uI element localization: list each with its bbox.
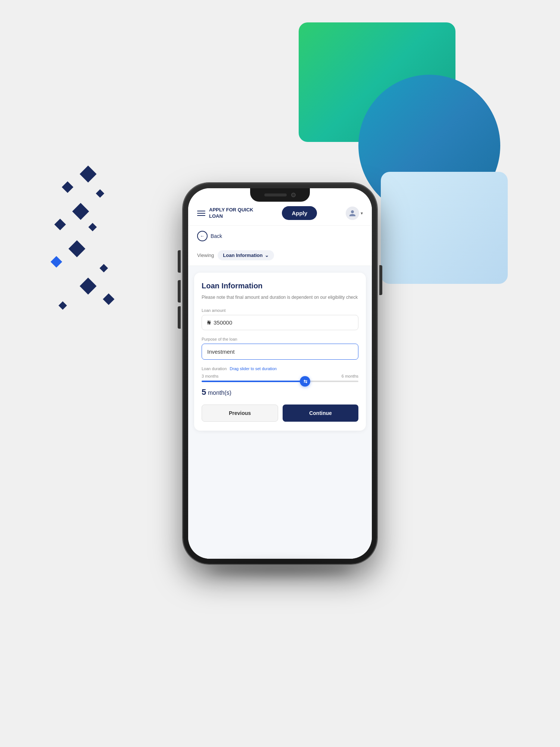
hamburger-line-2 bbox=[197, 213, 205, 214]
diamond-10 bbox=[80, 278, 96, 294]
slider-fill bbox=[202, 381, 305, 382]
purpose-label: Purpose of the loan bbox=[202, 337, 358, 341]
duration-label: Loan duration bbox=[202, 366, 227, 371]
loan-amount-label: Loan amount bbox=[202, 308, 358, 313]
phone-shadow bbox=[209, 564, 351, 575]
phone-mockup: APPLY FOR QUICK LOAN Apply ▾ bbox=[183, 183, 377, 564]
back-button[interactable]: ← Back bbox=[188, 226, 372, 247]
card-title: Loan Information bbox=[202, 282, 358, 290]
loan-amount-input[interactable] bbox=[214, 319, 353, 326]
avatar bbox=[346, 207, 359, 220]
chevron-down-icon: ▾ bbox=[361, 211, 363, 216]
duration-group: Loan duration Drag slider to set duratio… bbox=[202, 366, 358, 397]
user-profile-dropdown[interactable]: ▾ bbox=[346, 207, 363, 220]
card-subtitle: Please note that final amount and durati… bbox=[202, 294, 358, 301]
user-icon bbox=[349, 210, 356, 217]
diamond-9 bbox=[100, 264, 108, 273]
viewing-bar: Viewing Loan Information ⌄ bbox=[188, 247, 372, 266]
apply-button[interactable]: Apply bbox=[282, 206, 317, 220]
bg-light-blue-shape bbox=[381, 172, 508, 284]
diamond-1 bbox=[80, 165, 96, 182]
slider-track: ⇆ bbox=[202, 381, 358, 382]
duration-header: Loan duration Drag slider to set duratio… bbox=[202, 366, 358, 371]
slider-thumb[interactable]: ⇆ bbox=[300, 376, 310, 387]
slider-container: ⇆ bbox=[202, 381, 358, 382]
purpose-group: Purpose of the loan bbox=[202, 337, 358, 360]
diamond-12 bbox=[59, 301, 67, 310]
range-max-label: 6 months bbox=[342, 374, 358, 378]
phone-outer-shell: APPLY FOR QUICK LOAN Apply ▾ bbox=[183, 183, 377, 564]
diamond-4 bbox=[72, 203, 89, 220]
diamond-5 bbox=[54, 218, 66, 230]
chevron-down-icon: ⌄ bbox=[265, 252, 269, 258]
diamond-6 bbox=[88, 223, 97, 232]
drag-hint: Drag slider to set duration bbox=[230, 366, 277, 371]
purpose-input[interactable] bbox=[202, 344, 358, 360]
phone-screen: APPLY FOR QUICK LOAN Apply ▾ bbox=[188, 188, 372, 559]
selected-months: 5 bbox=[202, 387, 206, 397]
header-left: APPLY FOR QUICK LOAN bbox=[197, 207, 253, 220]
currency-symbol: ₦ bbox=[207, 320, 211, 326]
phone-notch bbox=[250, 188, 310, 202]
range-min-label: 3 months bbox=[202, 374, 218, 378]
loan-information-card: Loan Information Please note that final … bbox=[194, 273, 366, 431]
viewing-dropdown-value: Loan Information bbox=[223, 252, 262, 258]
hamburger-line-3 bbox=[197, 215, 205, 216]
header-title: APPLY FOR QUICK LOAN bbox=[209, 207, 253, 220]
notch-speaker bbox=[264, 193, 287, 196]
back-label: Back bbox=[211, 233, 222, 239]
back-circle-icon: ← bbox=[197, 231, 208, 241]
loan-amount-group: Loan amount ₦ bbox=[202, 308, 358, 330]
slider-handle-icon: ⇆ bbox=[304, 379, 307, 384]
diamond-11 bbox=[103, 293, 114, 305]
action-buttons: Previous Continue bbox=[202, 405, 358, 422]
viewing-label: Viewing bbox=[197, 252, 214, 258]
diamond-2 bbox=[62, 181, 73, 193]
bg-diamonds bbox=[52, 168, 127, 317]
app-content: ← Back Viewing Loan Information ⌄ Loan I… bbox=[188, 226, 372, 559]
hamburger-menu-button[interactable] bbox=[197, 211, 205, 216]
notch-camera bbox=[291, 193, 296, 197]
months-unit-label: month(s) bbox=[208, 390, 231, 396]
viewing-dropdown[interactable]: Loan Information ⌄ bbox=[218, 250, 274, 260]
previous-button[interactable]: Previous bbox=[202, 405, 278, 422]
duration-range-labels: 3 months 6 months bbox=[202, 374, 358, 378]
loan-amount-input-wrapper: ₦ bbox=[202, 315, 358, 330]
hamburger-line-1 bbox=[197, 211, 205, 211]
diamond-7 bbox=[68, 240, 85, 257]
continue-button[interactable]: Continue bbox=[283, 405, 358, 422]
diamond-8 bbox=[50, 256, 62, 267]
diamond-3 bbox=[96, 189, 105, 198]
duration-value-display: 5 month(s) bbox=[202, 387, 358, 397]
